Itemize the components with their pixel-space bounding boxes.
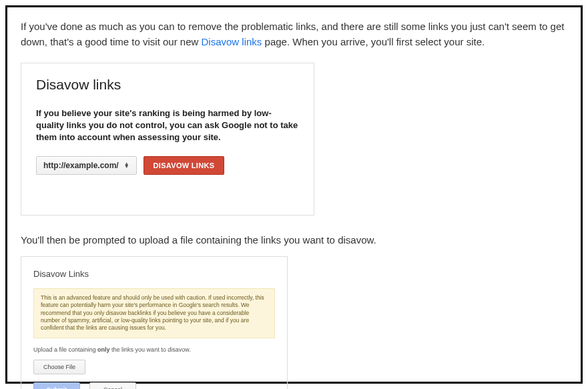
warning-box: This is an advanced feature and should o… (33, 288, 275, 338)
choose-file-button[interactable]: Choose File (33, 360, 85, 374)
upload-text-bold: only (97, 346, 110, 353)
disavow-card: Disavow links If you believe your site's… (21, 63, 314, 216)
actions-row: Submit Cancel (33, 382, 275, 389)
submit-button[interactable]: Submit (33, 382, 80, 389)
site-select-dropdown[interactable]: http://example.com/ ▲▼ (36, 156, 137, 175)
document-page: If you've done as much as you can to rem… (5, 5, 583, 384)
controls-row: http://example.com/ ▲▼ DISAVOW LINKS (36, 156, 299, 175)
disavow-links-button[interactable]: DISAVOW LINKS (143, 156, 225, 175)
card-description: If you believe your site's ranking is be… (36, 107, 299, 144)
upload-text-after: the links you want to disavow. (110, 346, 191, 353)
upload-instruction: Upload a file containing only the links … (33, 346, 275, 353)
upload-card: Disavow Links This is an advanced featur… (21, 256, 288, 389)
intro-text-after: page. When you arrive, you'll first sele… (262, 36, 485, 47)
cancel-button[interactable]: Cancel (89, 382, 136, 389)
updown-arrows-icon: ▲▼ (124, 163, 129, 168)
upload-card-title: Disavow Links (33, 269, 275, 279)
upload-text-before: Upload a file containing (33, 346, 97, 353)
intro-paragraph: If you've done as much as you can to rem… (21, 19, 567, 49)
site-select-value: http://example.com/ (43, 161, 119, 170)
second-intro: You'll then be prompted to upload a file… (21, 234, 567, 246)
card-title: Disavow links (36, 77, 299, 93)
disavow-links-link[interactable]: Disavow links (202, 36, 262, 47)
